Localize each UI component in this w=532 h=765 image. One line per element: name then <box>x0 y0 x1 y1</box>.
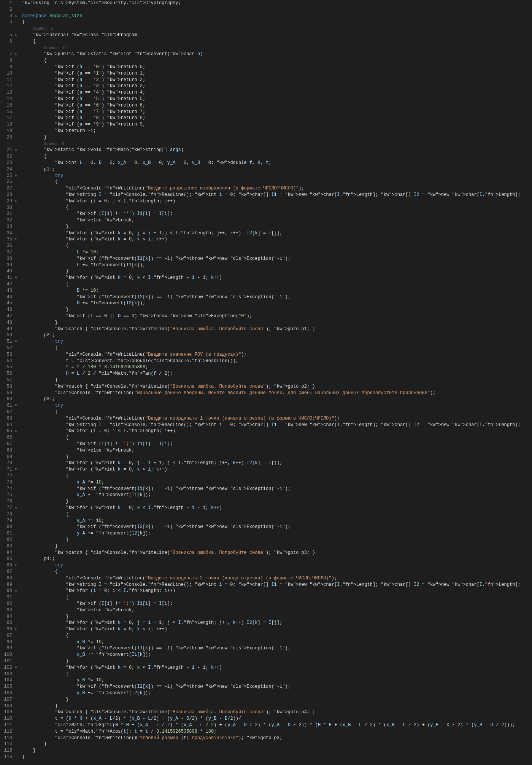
code-area[interactable]: "kw">using "cls">System."cls">Security."… <box>21 0 532 760</box>
code-editor[interactable]: 1234 56 7891011121314151617181920 212223… <box>0 0 532 760</box>
fold-gutter[interactable]: ⊟ ⊟ ⊟ ⊟⊟⊟⊟⊟⊟⊟⊟⊟⊟⊟⊟⊟⊟ <box>15 0 21 760</box>
line-numbers-gutter: 1234 56 7891011121314151617181920 212223… <box>0 0 15 760</box>
